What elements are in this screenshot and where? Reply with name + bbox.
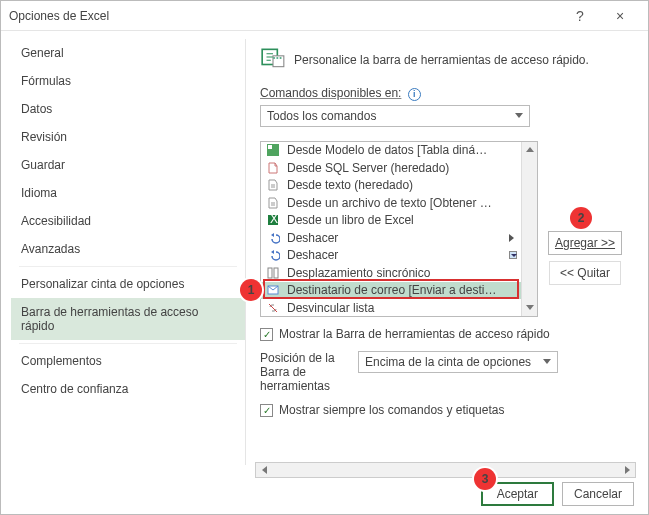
always-show-label: Mostrar siempre los comandos y etiquetas bbox=[279, 403, 504, 417]
svg-point-4 bbox=[280, 57, 282, 59]
annotation-2: 2 bbox=[570, 207, 592, 229]
sidebar-item-addins[interactable]: Complementos bbox=[11, 347, 245, 375]
sync-scroll-icon bbox=[265, 266, 281, 280]
list-item[interactable]: Deshacer bbox=[261, 247, 537, 265]
chevron-down-icon bbox=[515, 113, 523, 118]
undo-icon bbox=[265, 231, 281, 245]
scroll-up-button[interactable] bbox=[522, 142, 537, 158]
dropdown-icon bbox=[509, 248, 519, 262]
ok-button[interactable]: Aceptar bbox=[481, 482, 554, 506]
sidebar-separator bbox=[19, 266, 237, 267]
window-title: Opciones de Excel bbox=[9, 9, 560, 23]
undo-icon bbox=[265, 248, 281, 262]
info-icon[interactable]: i bbox=[408, 88, 421, 101]
sidebar-item-general[interactable]: General bbox=[11, 39, 245, 67]
always-show-checkbox[interactable]: ✓ bbox=[260, 404, 273, 417]
svg-text:X: X bbox=[270, 213, 278, 226]
sidebar: General Fórmulas Datos Revisión Guardar … bbox=[11, 39, 246, 465]
list-item-selected[interactable]: Destinatario de correo [Enviar a desti… bbox=[261, 282, 537, 300]
commands-listbox[interactable]: Desde Modelo de datos [Tabla diná… Desde… bbox=[260, 141, 538, 317]
quick-access-icon bbox=[260, 45, 286, 74]
vertical-scrollbar[interactable] bbox=[521, 142, 537, 316]
sidebar-item-accessibility[interactable]: Accesibilidad bbox=[11, 207, 245, 235]
mail-recipient-icon bbox=[265, 283, 281, 297]
show-qat-checkbox[interactable]: ✓ bbox=[260, 328, 273, 341]
sidebar-item-proofing[interactable]: Revisión bbox=[11, 123, 245, 151]
list-item[interactable]: Desde un archivo de texto [Obtener … bbox=[261, 194, 537, 212]
pivot-table-icon bbox=[265, 143, 281, 157]
position-combo[interactable]: Encima de la cinta de opciones bbox=[358, 351, 558, 373]
sidebar-item-customize-ribbon[interactable]: Personalizar cinta de opciones bbox=[11, 270, 245, 298]
panel-heading: Personalice la barra de herramientas de … bbox=[294, 53, 589, 67]
list-item[interactable]: Desde SQL Server (heredado) bbox=[261, 159, 537, 177]
cancel-button[interactable]: Cancelar bbox=[562, 482, 634, 506]
sidebar-item-formulas[interactable]: Fórmulas bbox=[11, 67, 245, 95]
sidebar-item-data[interactable]: Datos bbox=[11, 95, 245, 123]
show-qat-label: Mostrar la Barra de herramientas de acce… bbox=[279, 327, 550, 341]
svg-rect-6 bbox=[268, 145, 272, 149]
position-label: Posición de la Barra de herramientas bbox=[260, 351, 350, 393]
sql-server-icon bbox=[265, 161, 281, 175]
svg-rect-9 bbox=[268, 268, 272, 278]
svg-rect-10 bbox=[274, 268, 278, 278]
add-button[interactable]: Agregar >> bbox=[548, 231, 622, 255]
dialog-footer: 3 Aceptar Cancelar bbox=[1, 474, 648, 514]
chevron-down-icon bbox=[543, 359, 551, 364]
list-item[interactable]: Desvincular lista bbox=[261, 299, 537, 317]
sidebar-item-quick-access-toolbar[interactable]: Barra de herramientas de acceso rápido bbox=[11, 298, 245, 340]
list-item[interactable]: XDesde un libro de Excel bbox=[261, 212, 537, 230]
sidebar-item-advanced[interactable]: Avanzadas bbox=[11, 235, 245, 263]
sidebar-item-language[interactable]: Idioma bbox=[11, 179, 245, 207]
list-item[interactable]: Deshacer bbox=[261, 229, 537, 247]
unlink-list-icon bbox=[265, 301, 281, 315]
submenu-icon bbox=[509, 231, 519, 245]
list-item[interactable]: Desde texto (heredado) bbox=[261, 177, 537, 195]
excel-options-dialog: Opciones de Excel ? × General Fórmulas D… bbox=[0, 0, 649, 515]
svg-point-2 bbox=[273, 57, 275, 59]
main-panel: Personalice la barra de herramientas de … bbox=[246, 31, 648, 465]
sidebar-item-save[interactable]: Guardar bbox=[11, 151, 245, 179]
commands-from-label: Comandos disponibles en: i bbox=[260, 86, 638, 101]
help-button[interactable]: ? bbox=[560, 8, 600, 24]
commands-from-combo[interactable]: Todos los comandos bbox=[260, 105, 530, 127]
sidebar-item-trust-center[interactable]: Centro de confianza bbox=[11, 375, 245, 403]
svg-point-3 bbox=[276, 57, 278, 59]
list-item[interactable]: Desde Modelo de datos [Tabla diná… bbox=[261, 142, 537, 160]
scroll-down-button[interactable] bbox=[522, 300, 537, 316]
remove-button: << Quitar bbox=[549, 261, 621, 285]
text-import-icon bbox=[265, 196, 281, 210]
close-button[interactable]: × bbox=[600, 8, 640, 24]
excel-workbook-icon: X bbox=[265, 213, 281, 227]
titlebar: Opciones de Excel ? × bbox=[1, 1, 648, 31]
sidebar-separator bbox=[19, 343, 237, 344]
list-item[interactable]: Desplazamiento sincrónico bbox=[261, 264, 537, 282]
text-file-icon bbox=[265, 178, 281, 192]
